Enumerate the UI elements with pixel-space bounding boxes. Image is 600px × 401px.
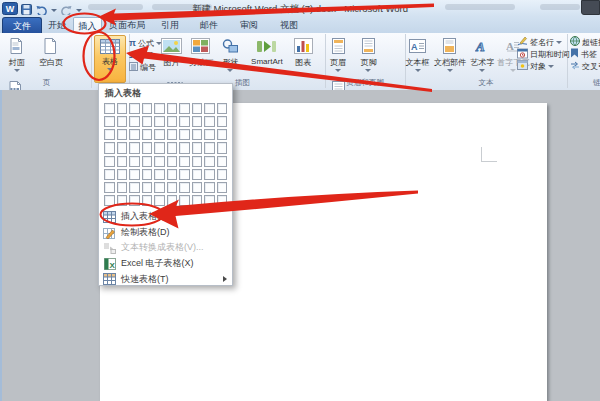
menu-item-convert-text-to-table[interactable]: 文本转换成表格(V)... <box>99 240 232 256</box>
table-size-cell[interactable] <box>117 116 128 127</box>
table-size-cell[interactable] <box>217 195 228 206</box>
shapes-button[interactable]: 形状 <box>219 34 242 77</box>
tab-page-layout[interactable]: 页面布局 <box>103 17 151 33</box>
table-size-cell[interactable] <box>142 195 153 206</box>
tab-file[interactable]: 文件 <box>2 17 42 34</box>
blank-page-button[interactable]: 空白页 <box>35 34 66 77</box>
tab-view[interactable]: 视图 <box>273 17 305 33</box>
table-size-grid[interactable] <box>104 103 227 206</box>
table-size-cell[interactable] <box>167 103 178 114</box>
table-size-cell[interactable] <box>117 142 128 153</box>
table-size-cell[interactable] <box>192 116 203 127</box>
table-size-cell[interactable] <box>204 116 215 127</box>
cross-reference-button[interactable]: 交叉引用 <box>570 60 600 72</box>
table-size-cell[interactable] <box>204 129 215 140</box>
table-size-cell[interactable] <box>179 182 190 193</box>
menu-item-quick-tables[interactable]: 快速表格(T) <box>99 271 232 287</box>
table-size-cell[interactable] <box>129 116 140 127</box>
menu-item-insert-table[interactable]: 插入表格(I)... <box>99 209 232 225</box>
table-size-cell[interactable] <box>179 103 190 114</box>
equation-button[interactable]: π 公式 <box>129 37 160 49</box>
table-size-cell[interactable] <box>167 195 178 206</box>
table-size-cell[interactable] <box>154 169 165 180</box>
table-size-cell[interactable] <box>179 169 190 180</box>
table-size-cell[interactable] <box>167 116 178 127</box>
table-size-cell[interactable] <box>142 169 153 180</box>
table-size-cell[interactable] <box>104 195 115 206</box>
tab-references[interactable]: 引用 <box>154 17 186 33</box>
tab-mailings[interactable]: 邮件 <box>193 17 225 33</box>
table-size-cell[interactable] <box>154 129 165 140</box>
table-button[interactable]: 表格 <box>94 35 126 83</box>
table-size-cell[interactable] <box>192 142 203 153</box>
table-size-cell[interactable] <box>204 169 215 180</box>
picture-button[interactable]: 图片 <box>160 34 183 77</box>
footer-button[interactable]: 页脚 <box>355 34 381 77</box>
table-size-cell[interactable] <box>154 182 165 193</box>
symbol-button[interactable]: Ω 符号 <box>129 49 160 61</box>
table-size-cell[interactable] <box>154 142 165 153</box>
table-size-cell[interactable] <box>129 169 140 180</box>
bookmark-button[interactable]: 书签 <box>570 48 600 60</box>
chart-button[interactable]: 图表 <box>292 34 315 77</box>
table-size-cell[interactable] <box>117 129 128 140</box>
table-size-cell[interactable] <box>167 129 178 140</box>
table-size-cell[interactable] <box>217 142 228 153</box>
table-size-cell[interactable] <box>192 156 203 167</box>
table-size-cell[interactable] <box>117 182 128 193</box>
table-size-cell[interactable] <box>129 156 140 167</box>
table-size-cell[interactable] <box>179 156 190 167</box>
table-size-cell[interactable] <box>104 103 115 114</box>
wordart-button[interactable]: A 艺术字 <box>470 34 495 77</box>
table-size-cell[interactable] <box>217 103 228 114</box>
table-size-cell[interactable] <box>129 195 140 206</box>
table-size-cell[interactable] <box>179 142 190 153</box>
window-controls[interactable] <box>581 0 600 15</box>
hyperlink-button[interactable]: 超链接 <box>570 36 600 48</box>
table-size-cell[interactable] <box>204 103 215 114</box>
table-size-cell[interactable] <box>192 195 203 206</box>
menu-item-excel-spreadsheet[interactable]: X Excel 电子表格(X) <box>99 256 232 272</box>
table-size-cell[interactable] <box>192 169 203 180</box>
clipart-button[interactable]: 剪贴画 <box>187 34 214 77</box>
table-size-cell[interactable] <box>167 169 178 180</box>
table-size-cell[interactable] <box>217 182 228 193</box>
table-size-cell[interactable] <box>142 116 153 127</box>
signature-line-button[interactable]: 签名行 <box>517 36 570 48</box>
table-size-cell[interactable] <box>154 195 165 206</box>
table-size-cell[interactable] <box>192 129 203 140</box>
table-size-cell[interactable] <box>104 182 115 193</box>
object-button[interactable]: 对象 <box>517 60 570 72</box>
table-size-cell[interactable] <box>104 129 115 140</box>
table-size-cell[interactable] <box>142 103 153 114</box>
table-size-cell[interactable] <box>142 129 153 140</box>
table-size-cell[interactable] <box>217 156 228 167</box>
tab-insert[interactable]: 插入 <box>73 17 102 34</box>
table-size-cell[interactable] <box>104 142 115 153</box>
table-size-cell[interactable] <box>117 195 128 206</box>
table-size-cell[interactable] <box>217 129 228 140</box>
table-size-cell[interactable] <box>167 142 178 153</box>
table-size-cell[interactable] <box>154 156 165 167</box>
table-size-cell[interactable] <box>117 103 128 114</box>
tab-home[interactable]: 开始 <box>42 17 72 33</box>
table-size-cell[interactable] <box>204 142 215 153</box>
table-size-cell[interactable] <box>192 182 203 193</box>
table-size-cell[interactable] <box>217 169 228 180</box>
numbering-button[interactable]: 编号 <box>129 61 160 73</box>
table-size-cell[interactable] <box>179 129 190 140</box>
textbox-button[interactable]: A 文本框 <box>405 34 430 77</box>
table-size-cell[interactable] <box>142 142 153 153</box>
table-size-cell[interactable] <box>192 103 203 114</box>
table-size-cell[interactable] <box>217 116 228 127</box>
table-size-cell[interactable] <box>117 156 128 167</box>
table-size-cell[interactable] <box>129 142 140 153</box>
table-size-cell[interactable] <box>104 169 115 180</box>
table-size-cell[interactable] <box>117 169 128 180</box>
table-size-cell[interactable] <box>104 116 115 127</box>
menu-item-draw-table[interactable]: 绘制表格(D) <box>99 225 232 241</box>
quick-parts-button[interactable]: 文档部件 <box>434 34 465 77</box>
table-size-cell[interactable] <box>129 182 140 193</box>
table-size-cell[interactable] <box>129 129 140 140</box>
cover-page-button[interactable]: 封面 <box>2 34 31 77</box>
